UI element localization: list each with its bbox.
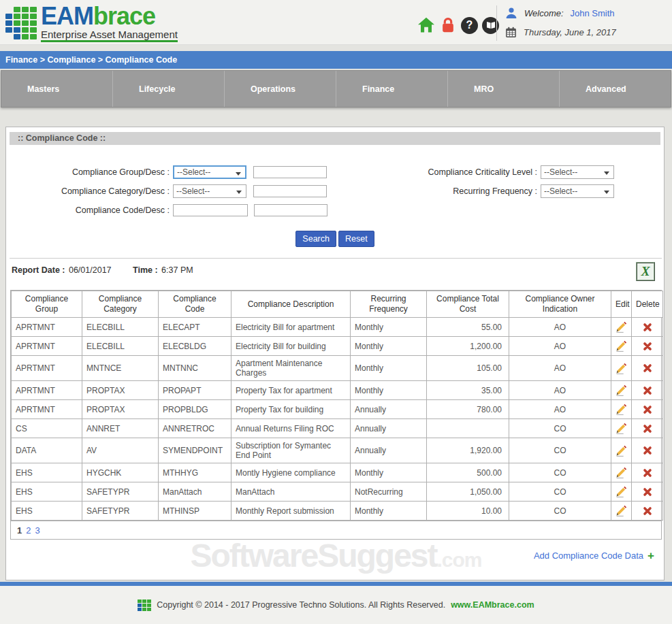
tab-label: Operations bbox=[251, 84, 295, 94]
lock-icon[interactable] bbox=[439, 16, 457, 34]
home-icon[interactable] bbox=[417, 16, 435, 34]
page-link-1[interactable]: 1 bbox=[17, 525, 22, 536]
tab-advanced[interactable]: Advanced bbox=[560, 71, 671, 107]
report-info: Report Date : 06/01/2017 Time : 6:37 PM bbox=[12, 265, 193, 275]
edit-icon[interactable] bbox=[611, 381, 632, 400]
cell-description: Montly Hygiene compliance bbox=[231, 463, 351, 482]
cell-owner-indication: CO bbox=[509, 419, 611, 438]
table-row: CS ANNRET ANNRETROC Annual Returns Filin… bbox=[12, 419, 663, 438]
delete-icon[interactable] bbox=[632, 318, 663, 337]
tab-label: Advanced bbox=[586, 84, 626, 94]
edit-icon[interactable] bbox=[611, 438, 632, 463]
edit-icon[interactable] bbox=[611, 419, 632, 438]
cell-frequency: Monthly bbox=[351, 502, 427, 521]
group-select[interactable]: --Select-- bbox=[173, 165, 246, 179]
tab-finance[interactable]: Finance bbox=[336, 71, 448, 107]
cell-group: APRTMNT bbox=[12, 318, 82, 337]
cell-total-cost: 1,920.00 bbox=[427, 438, 509, 463]
header-divider bbox=[496, 5, 497, 41]
column-header: Edit bbox=[611, 291, 632, 318]
search-button[interactable]: Search bbox=[295, 231, 336, 247]
tab-operations[interactable]: Operations bbox=[225, 71, 336, 107]
cell-owner-indication: AO bbox=[509, 337, 611, 356]
chevron-down-icon bbox=[604, 191, 609, 194]
tab-label: Finance bbox=[362, 84, 394, 94]
logo-subtitle: Enterprise Asset Management bbox=[41, 29, 178, 42]
excel-x-glyph: X bbox=[641, 264, 650, 279]
delete-icon[interactable] bbox=[632, 482, 663, 502]
cell-owner-indication: CO bbox=[509, 502, 611, 521]
category-desc-input[interactable] bbox=[253, 185, 327, 197]
cell-category: SAFETYPR bbox=[82, 502, 159, 521]
cell-description: Subscription for Symantec End Point bbox=[231, 438, 351, 463]
table-header-row: Compliance GroupCompliance CategoryCompl… bbox=[12, 291, 663, 318]
table-row: DATA AV SYMENDPOINT Subscription for Sym… bbox=[12, 438, 663, 463]
cell-owner-indication: CO bbox=[509, 463, 611, 482]
delete-icon[interactable] bbox=[632, 381, 663, 400]
cell-group: DATA bbox=[12, 438, 82, 463]
edit-icon[interactable] bbox=[611, 356, 632, 381]
code-label: Compliance Code/Desc : bbox=[6, 206, 170, 215]
cell-code: ANNRETROC bbox=[159, 419, 231, 438]
cell-category: ANNRET bbox=[82, 419, 159, 438]
tab-mro[interactable]: MRO bbox=[448, 71, 560, 107]
cell-frequency: Annually bbox=[351, 400, 427, 419]
cell-code: PROPBLDG bbox=[159, 400, 231, 419]
cell-group: EHS bbox=[12, 502, 82, 521]
edit-icon[interactable] bbox=[611, 502, 632, 521]
add-compliance-code-link[interactable]: Add Compliance Code Data bbox=[534, 551, 643, 561]
page-link-2[interactable]: 2 bbox=[26, 525, 31, 536]
frequency-select[interactable]: --Select-- bbox=[541, 184, 614, 198]
report-date-value: 06/01/2017 bbox=[69, 265, 112, 275]
cell-code: ManAttach bbox=[159, 482, 231, 502]
code-input[interactable] bbox=[173, 204, 248, 216]
app-logo: EAMbrace Enterprise Asset Management bbox=[5, 4, 178, 42]
delete-icon[interactable] bbox=[632, 419, 663, 438]
eambrace-link[interactable]: www.EAMbrace.com bbox=[451, 600, 534, 610]
edit-icon[interactable] bbox=[611, 463, 632, 482]
user-name-link[interactable]: John Smith bbox=[571, 8, 615, 18]
cell-category: PROPTAX bbox=[82, 381, 159, 400]
table-row: APRTMNT PROPTAX PROPAPT Property Tax for… bbox=[12, 381, 663, 400]
pagination: 123 bbox=[11, 521, 661, 539]
user-icon bbox=[505, 7, 517, 19]
cell-group: APRTMNT bbox=[12, 381, 82, 400]
cell-category: MNTNCE bbox=[82, 356, 159, 381]
column-header: Compliance Description bbox=[231, 291, 351, 318]
cell-description: Electricity Bill for apartment bbox=[231, 318, 351, 337]
edit-icon[interactable] bbox=[611, 400, 632, 419]
search-form-right: Compliance Criticality Level : --Select-… bbox=[319, 165, 614, 203]
reset-button[interactable]: Reset bbox=[338, 231, 374, 247]
cell-total-cost: 105.00 bbox=[427, 356, 509, 381]
cell-category: HYGCHK bbox=[82, 463, 159, 482]
page-link-3[interactable]: 3 bbox=[35, 525, 39, 536]
delete-icon[interactable] bbox=[632, 356, 663, 381]
edit-icon[interactable] bbox=[611, 337, 632, 356]
tab-lifecycle[interactable]: Lifecycle bbox=[113, 71, 225, 107]
plus-icon[interactable]: + bbox=[647, 551, 654, 560]
export-excel-icon[interactable]: X bbox=[636, 262, 655, 281]
cell-total-cost: 1,200.00 bbox=[427, 337, 509, 356]
group-desc-input[interactable] bbox=[253, 166, 327, 178]
report-date-label: Report Date : bbox=[12, 265, 65, 275]
compliance-table-wrap: Compliance GroupCompliance CategoryCompl… bbox=[10, 290, 662, 540]
delete-icon[interactable] bbox=[632, 337, 663, 356]
cell-frequency: Monthly bbox=[351, 463, 427, 482]
cell-frequency: Monthly bbox=[351, 337, 427, 356]
edit-icon[interactable] bbox=[611, 482, 632, 502]
cell-total-cost: 500.00 bbox=[427, 463, 509, 482]
criticality-select[interactable]: --Select-- bbox=[541, 165, 614, 179]
cell-description: Apartment Maintenance Charges bbox=[231, 356, 351, 381]
tab-masters[interactable]: Masters bbox=[1, 71, 113, 107]
cell-frequency: Monthly bbox=[351, 318, 427, 337]
category-select[interactable]: --Select-- bbox=[173, 184, 246, 198]
help-icon[interactable]: ? bbox=[461, 17, 478, 34]
code-desc-input[interactable] bbox=[254, 204, 327, 216]
delete-icon[interactable] bbox=[632, 463, 663, 482]
delete-icon[interactable] bbox=[632, 400, 663, 419]
cell-group: EHS bbox=[12, 463, 82, 482]
delete-icon[interactable] bbox=[632, 438, 663, 463]
cell-total-cost: 780.00 bbox=[427, 400, 509, 419]
edit-icon[interactable] bbox=[611, 318, 632, 337]
delete-icon[interactable] bbox=[632, 502, 663, 521]
